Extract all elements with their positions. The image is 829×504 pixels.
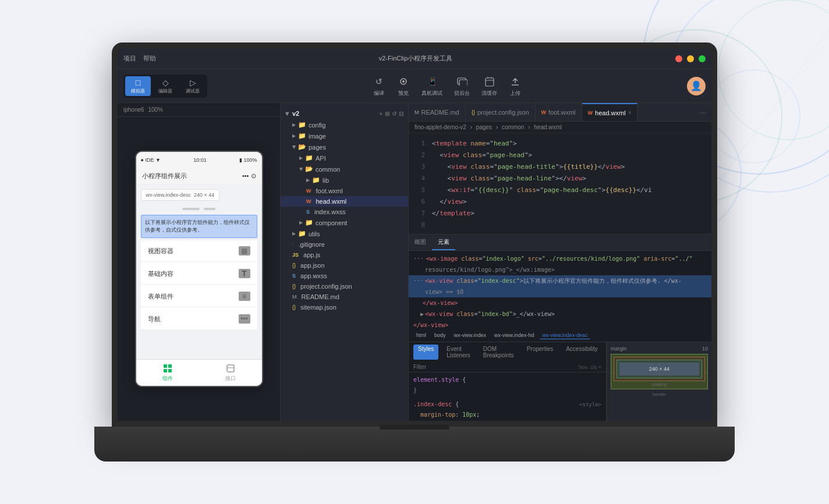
elem-tag-body[interactable]: body [431,332,449,339]
html-line: </wx-view> [409,297,711,308]
tree-file-head-wxml[interactable]: W head.wxml [281,196,408,207]
tree-folder-api[interactable]: ▶ 📁 API [281,152,408,164]
tab-foot-wxml[interactable]: W foot.wxml [536,103,582,121]
tab-readme[interactable]: M README.md [409,103,466,121]
folder-arrow: ▶ [292,122,296,127]
elem-tag-wx-view-index[interactable]: wx-view.index [451,332,490,339]
tab-project-config[interactable]: {} project.config.json [466,103,536,121]
tree-file-app-wxss[interactable]: S app.wxss [281,271,408,281]
toolbar-left: □ 模拟器 ◇ 编辑器 ▷ 调试器 [123,74,207,98]
margin-box: - - - - - - [611,354,708,389]
overview-tab[interactable]: 概图 [409,235,432,250]
tab-styles[interactable]: Styles [413,345,438,360]
styles-left: Styles Event Listeners DOM Breakpoints P… [409,342,607,421]
refresh-icon[interactable]: ↺ [392,111,396,117]
tree-folder-component[interactable]: ▶ 📁 component [281,217,408,228]
list-item-label: 视图容器 [148,247,173,255]
new-file-icon[interactable]: + [379,111,382,117]
tree-folder-image[interactable]: ▶ 📁 image [281,130,408,141]
tab-interface[interactable]: 接口 [199,363,262,382]
debugger-btn[interactable]: ▷ 调试器 [180,76,206,96]
upload-label: 上传 [510,90,520,97]
new-folder-icon[interactable]: ⊞ [385,111,389,117]
style-rule-index-desc: .index-desc { <style> margin-top: 10px; … [413,399,601,421]
editor-btn[interactable]: ◇ 编辑器 [153,76,178,96]
compile-icon: ↺ [373,75,385,88]
tree-file-app-json[interactable]: {} app.json [281,260,408,271]
elements-tab[interactable]: 元素 [432,235,455,250]
tree-file-project-config[interactable]: {} project.config.json [281,281,408,292]
preview-action[interactable]: 预览 [397,75,410,97]
minimize-button[interactable] [687,55,694,62]
clear-cache-icon [483,75,496,88]
file-type-icon: {} [292,283,296,289]
simulator-btn[interactable]: □ 模拟器 [125,76,151,96]
menu-project[interactable]: 项目 [123,54,136,63]
border-box: - - 240 × 44 - [614,357,705,381]
menu-help[interactable]: 帮助 [143,54,156,63]
editor-tabs: M README.md {} project.config.json W foo… [409,103,711,122]
tree-file-index-wxss[interactable]: S index.wxss [281,207,408,217]
file-type-icon: {} [292,262,296,268]
file-name: sitemap.json [300,304,336,311]
elem-tag-wx-view-desc[interactable]: wx-view.index-desc [540,332,591,339]
tab-components-label: 组件 [162,375,173,382]
tree-file-readme[interactable]: M README.md [281,292,408,302]
tab-properties[interactable]: Properties [522,345,558,360]
tab-head-wxml[interactable]: W head.wxml × [582,103,638,121]
html-code-view[interactable]: ··· <wx-image class="index-logo" src="..… [409,251,711,329]
code-line-3: 3 <view class="page-head-title">{{title}… [409,161,711,173]
collapse-icon[interactable]: ⊟ [399,111,403,117]
code-line-1: 1 <template name="head"> [409,138,711,150]
tree-file-gitignore[interactable]: · .gitignore [281,239,408,250]
tree-header-icons: + ⊞ ↺ ⊟ [379,111,403,117]
list-item-label: 基础内容 [148,269,173,278]
tree-file-foot-wxml[interactable]: W foot.wxml [281,186,408,196]
window-controls [675,55,706,62]
file-name: .gitignore [299,241,325,248]
device-debug-action[interactable]: 📱 真机调试 [421,75,442,97]
code-line-6: 6 </view> [409,196,711,208]
tree-folder-common[interactable]: ▶ 📂 common [281,164,408,175]
close-button[interactable] [675,55,682,62]
styles-tabs: Styles Event Listeners DOM Breakpoints P… [409,342,606,362]
compile-action[interactable]: ↺ 编译 [373,75,385,97]
elem-tag-wx-view-hd[interactable]: wx-view.index-hd [491,332,537,339]
elem-tag-html[interactable]: html [413,332,429,339]
clear-cache-action[interactable]: 清缓存 [481,75,497,97]
tree-folder-utils[interactable]: ▶ 📁 utils [281,228,408,239]
styles-rules: element.style { } .index-desc { <style> … [409,372,606,421]
tree-folder-config[interactable]: ▶ 📁 config [281,119,408,130]
tree-folder-lib[interactable]: ▶ 📁 lib [281,175,408,186]
tree-file-app-js[interactable]: JS app.js [281,250,408,260]
folder-arrow: ▶ [306,178,310,183]
tab-close-icon[interactable]: × [628,109,632,116]
background-action[interactable]: 切后台 [454,75,470,97]
zoom-label: 100% [148,107,163,113]
upload-action[interactable]: 上传 [509,75,522,97]
file-type-icon: · [292,242,294,247]
user-avatar[interactable]: 👤 [687,77,706,95]
tree-file-sitemap[interactable]: {} sitemap.json [281,302,408,313]
tab-event-listeners[interactable]: Event Listeners [442,345,475,360]
tab-dom-breakpoints[interactable]: DOM Breakpoints [479,345,519,360]
maximize-button[interactable] [699,55,706,62]
code-lines[interactable]: 1 <template name="head"> 2 <view class="… [409,133,711,234]
preview-label: 预览 [398,90,409,97]
filter-input[interactable] [413,364,578,370]
device-debug-icon: 📱 [426,75,438,88]
tab-accessibility[interactable]: Accessibility [561,345,602,360]
file-tree: ▶ v2 + ⊞ ↺ ⊟ ▶ 📁 config [281,103,409,421]
tab-components[interactable]: 组件 [136,363,199,382]
upload-icon [509,75,522,88]
box-model-panel: margin 10 - - - - [607,342,711,421]
tree-folder-pages[interactable]: ▶ 📂 pages [281,141,408,152]
devtools-panel: 概图 元素 ··· <wx-image class="index-logo" s… [409,235,711,421]
file-name: index.wxss [314,208,346,215]
preview-icon [397,75,410,88]
status-time: 10:01 [193,157,207,163]
svg-point-1 [718,0,829,140]
compile-label: 编译 [374,90,384,97]
tab-more-icon[interactable]: ··· [695,108,711,117]
laptop-notch [380,425,449,430]
